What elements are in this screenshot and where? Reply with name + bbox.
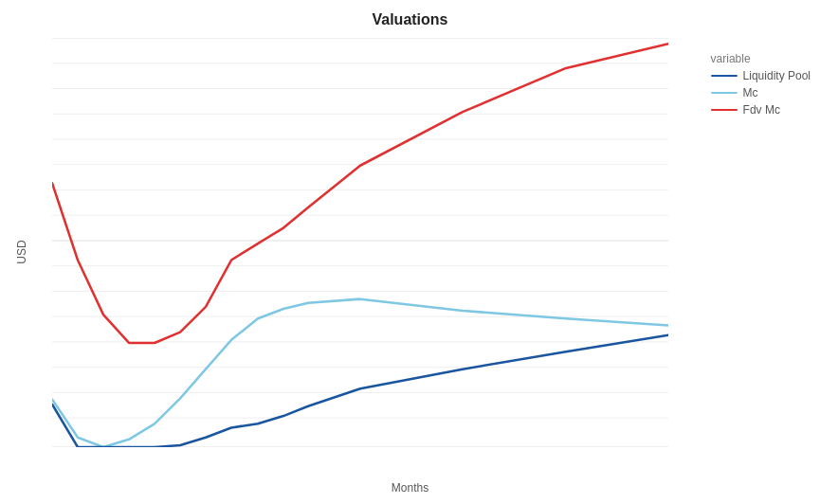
x-axis-label: Months [392, 481, 428, 495]
chart-title: Valuations [0, 0, 820, 28]
mc-line [52, 299, 668, 447]
legend-line-fdv [711, 109, 738, 111]
chart-body: 100M 8 7 6 5 4 3 2 10M 8 7 6 5 4 3 2 0 2… [52, 38, 668, 447]
legend-label-mc: Mc [743, 86, 758, 99]
legend-line-mc [711, 92, 738, 94]
chart-container: Valuations USD Months variable Liquidity… [0, 0, 820, 504]
y-axis-label: USD [15, 240, 28, 263]
legend-item-liquidity: Liquidity Pool [711, 69, 811, 82]
legend-item-fdv: Fdv Mc [711, 103, 811, 117]
legend-title: variable [711, 52, 811, 65]
legend: variable Liquidity Pool Mc Fdv Mc [711, 52, 811, 120]
legend-label-liquidity: Liquidity Pool [743, 69, 811, 82]
legend-item-mc: Mc [711, 86, 811, 99]
legend-label-fdv: Fdv Mc [743, 103, 780, 117]
legend-line-liquidity [711, 75, 738, 77]
chart-svg: 100M 8 7 6 5 4 3 2 10M 8 7 6 5 4 3 2 0 2… [52, 38, 668, 447]
